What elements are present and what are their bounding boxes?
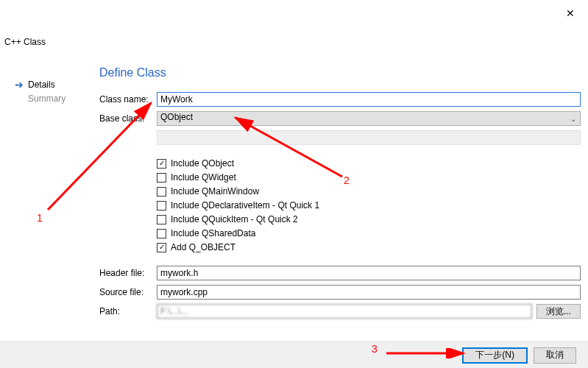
checkbox-include-qdeclarativeitem[interactable]: Include QDeclarativeItem - Qt Quick 1 xyxy=(157,200,581,210)
page-heading: Define Class xyxy=(99,66,166,79)
checkbox-label: Include QDeclarativeItem - Qt Quick 1 xyxy=(171,200,319,210)
checkbox-include-qquickitem[interactable]: Include QQuickItem - Qt Quick 2 xyxy=(157,214,581,224)
checkbox-label: Add Q_OBJECT xyxy=(171,242,235,252)
header-file-row: Header file: xyxy=(99,266,581,280)
checkbox-label: Include QQuickItem - Qt Quick 2 xyxy=(171,214,298,224)
checkbox-include-qwidget[interactable]: Include QWidget xyxy=(157,172,581,183)
sidebar-item-summary[interactable]: Summary xyxy=(15,92,81,105)
sidebar-item-label: Details xyxy=(28,79,55,90)
checkbox-label: Include QObject xyxy=(171,158,234,169)
checkbox-icon[interactable] xyxy=(157,187,166,197)
class-name-label: Class name: xyxy=(99,94,157,105)
sidebar: ➔ Details Summary xyxy=(15,77,81,105)
checkbox-label: Include QSharedData xyxy=(171,228,255,238)
path-row: Path: 浏览... xyxy=(99,304,581,319)
class-name-input[interactable] xyxy=(157,92,581,107)
source-file-input[interactable] xyxy=(157,285,581,300)
source-file-row: Source file: xyxy=(99,285,581,300)
footer: 下一步(N) 取消 xyxy=(0,342,588,368)
checkbox-icon[interactable] xyxy=(157,173,166,183)
base-class-select[interactable]: QObject xyxy=(157,111,581,126)
sidebar-item-label: Summary xyxy=(28,93,65,104)
close-icon[interactable]: ✕ xyxy=(566,7,575,19)
annotation-label-1: 1 xyxy=(37,212,43,224)
checkbox-include-qmainwindow[interactable]: Include QMainWindow xyxy=(157,186,581,197)
checkbox-icon[interactable] xyxy=(157,201,166,210)
wizard-title: C++ Class xyxy=(4,37,46,47)
cancel-button[interactable]: 取消 xyxy=(534,347,576,364)
sidebar-item-details[interactable]: ➔ Details xyxy=(15,77,81,92)
source-file-label: Source file: xyxy=(99,287,157,297)
base-class-label: Base class: xyxy=(99,113,157,124)
checkbox-icon[interactable] xyxy=(157,159,166,169)
include-options-group: Include QObject Include QWidget Include … xyxy=(157,158,581,252)
checkbox-include-qobject[interactable]: Include QObject xyxy=(157,158,581,169)
next-button[interactable]: 下一步(N) xyxy=(462,347,528,364)
checkbox-label: Include QWidget xyxy=(171,172,236,183)
custom-base-placeholder xyxy=(157,130,581,145)
header-file-label: Header file: xyxy=(99,268,157,278)
header-file-input[interactable] xyxy=(157,266,581,280)
browse-button[interactable]: 浏览... xyxy=(536,304,581,319)
checkbox-label: Include QMainWindow xyxy=(171,186,259,197)
path-input[interactable] xyxy=(157,304,532,319)
checkbox-include-qshareddata[interactable]: Include QSharedData xyxy=(157,228,581,238)
checkbox-icon[interactable] xyxy=(157,215,166,224)
checkbox-icon[interactable] xyxy=(157,243,166,252)
arrow-right-icon: ➔ xyxy=(15,79,24,91)
checkbox-icon[interactable] xyxy=(157,229,166,238)
custom-base-row xyxy=(99,130,581,145)
path-label: Path: xyxy=(99,306,157,316)
class-name-row: Class name: xyxy=(99,92,581,107)
form-area: Class name: Base class: QObject ⌄ Includ… xyxy=(99,92,581,323)
checkbox-add-qobject[interactable]: Add Q_OBJECT xyxy=(157,242,581,252)
base-class-row: Base class: QObject ⌄ xyxy=(99,111,581,126)
